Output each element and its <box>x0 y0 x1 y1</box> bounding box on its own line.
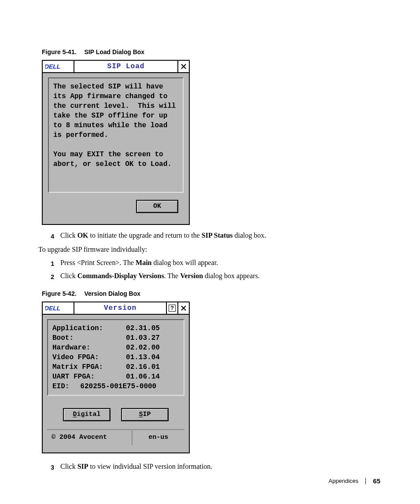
version-row-video-fpga: Video FPGA: 01.13.04 <box>52 353 179 362</box>
dell-logo-icon: DELL <box>45 63 71 70</box>
dialog-body: The selected SIP will have its App firmw… <box>43 73 189 218</box>
step-text: Press <Print Screen>. The Main dialog bo… <box>60 258 380 269</box>
dell-logo-icon: DELL <box>45 304 71 312</box>
sip-load-dialog: DELL SIP Load The selected SIP will have… <box>42 60 190 225</box>
titlebar: DELL SIP Load <box>43 61 189 73</box>
digital-button[interactable]: Digital <box>63 408 111 421</box>
step-text: Click SIP to view individual SIP version… <box>60 461 380 473</box>
step-1: 1 Press <Print Screen>. The Main dialog … <box>42 258 380 269</box>
dialog-title: SIP Load <box>74 61 177 72</box>
digital-button-underline: D <box>73 410 77 419</box>
message-paragraph-2: You may EXIT the screen to abort, or sel… <box>53 150 178 169</box>
locale-text: en-us <box>133 430 184 445</box>
version-row-uart-fpga: UART FPGA: 01.06.14 <box>52 372 179 382</box>
figure-title: SIP Load Dialog Box <box>84 48 144 55</box>
step-text: Click Commands-Display Versions. The Ver… <box>60 271 380 282</box>
figure-id: Figure 5-41. <box>42 48 77 55</box>
dell-logo: DELL <box>43 302 74 314</box>
page-number: 65 <box>373 477 380 485</box>
ok-button[interactable]: OK <box>136 200 178 213</box>
step-number: 1 <box>42 258 60 269</box>
dialog-title: Version <box>74 302 166 314</box>
dialog-body: Application: 02.31.05 Boot: 01.03.27 Har… <box>43 315 189 449</box>
sip-button[interactable]: SIP <box>121 408 169 421</box>
figure-id: Figure 5-42. <box>42 290 77 297</box>
ok-button-label: OK <box>153 202 161 211</box>
step-2: 2 Click Commands-Display Versions. The V… <box>42 271 380 282</box>
version-row-hardware: Hardware: 02.02.00 <box>52 343 179 353</box>
version-table: Application: 02.31.05 Boot: 01.03.27 Har… <box>52 324 179 391</box>
version-row-application: Application: 02.31.05 <box>52 324 179 333</box>
svg-text:DELL: DELL <box>45 305 62 312</box>
version-panel: Application: 02.31.05 Boot: 01.03.27 Har… <box>47 319 184 396</box>
close-icon[interactable] <box>177 61 189 72</box>
figure-title: Version Dialog Box <box>84 290 140 297</box>
version-button-row: Digital SIP <box>47 408 184 421</box>
titlebar: DELL Version ? <box>43 302 189 315</box>
version-footer: © 2004 Avocent en-us <box>47 429 184 445</box>
step-text: Click OK to initiate the upgrade and ret… <box>60 230 380 242</box>
message-panel: The selected SIP will have its App firmw… <box>48 77 184 193</box>
step-number: 4 <box>42 230 60 242</box>
version-row-matrix-fpga: Matrix FPGA: 02.16.01 <box>52 362 179 372</box>
figure-5-42-caption: Figure 5-42. Version Dialog Box <box>42 290 380 297</box>
version-dialog: DELL Version ? Application: 02.31.05 <box>42 302 190 453</box>
help-icon[interactable]: ? <box>166 302 177 314</box>
intro-paragraph: To upgrade SIP firmware individually: <box>38 244 380 255</box>
figure-5-41-caption: Figure 5-41. SIP Load Dialog Box <box>42 48 380 55</box>
svg-text:DELL: DELL <box>45 63 62 70</box>
step-number: 2 <box>42 271 60 282</box>
step-3: 3 Click SIP to view individual SIP versi… <box>42 461 380 473</box>
page: Figure 5-41. SIP Load Dialog Box DELL SI… <box>0 0 420 504</box>
copyright-text: © 2004 Avocent <box>47 430 133 445</box>
step-4: 4 Click OK to initiate the upgrade and r… <box>42 230 380 242</box>
page-footer: Appendices 65 <box>328 477 380 485</box>
message-paragraph-1: The selected SIP will have its App firmw… <box>53 82 178 140</box>
step-number: 3 <box>42 461 60 473</box>
version-row-boot: Boot: 01.03.27 <box>52 333 179 343</box>
dell-logo: DELL <box>43 61 74 72</box>
sip-button-underline: S <box>139 410 143 419</box>
version-row-eid: EID: 620255-001E75-0000 <box>52 382 179 391</box>
section-name: Appendices <box>328 478 358 484</box>
close-icon[interactable] <box>177 302 189 314</box>
footer-divider <box>365 478 366 484</box>
